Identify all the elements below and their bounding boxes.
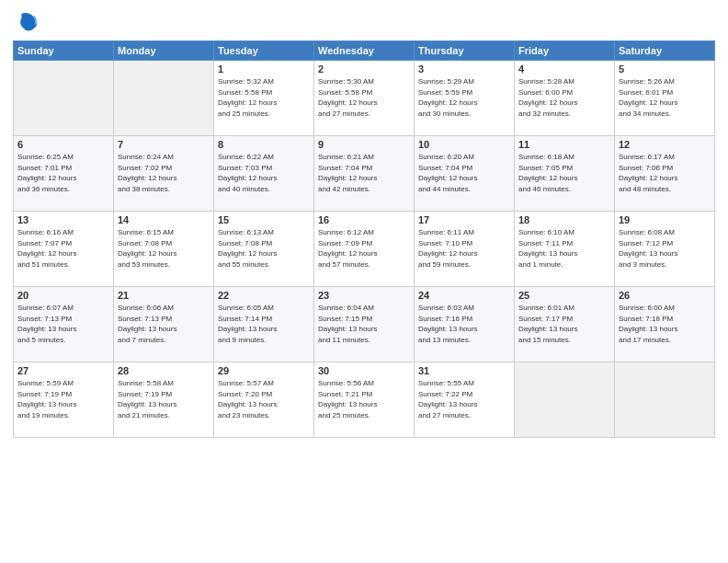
calendar-cell: 21Sunrise: 6:06 AM Sunset: 7:13 PM Dayli… (114, 287, 214, 362)
day-info: Sunrise: 6:06 AM Sunset: 7:13 PM Dayligh… (118, 303, 210, 345)
day-info: Sunrise: 6:15 AM Sunset: 7:08 PM Dayligh… (118, 227, 210, 270)
calendar-cell: 9Sunrise: 6:21 AM Sunset: 7:04 PM Daylig… (314, 136, 415, 212)
day-info: Sunrise: 6:04 AM Sunset: 7:15 PM Dayligh… (318, 303, 410, 345)
day-info: Sunrise: 5:32 AM Sunset: 5:58 PM Dayligh… (218, 76, 310, 119)
calendar-table: SundayMondayTuesdayWednesdayThursdayFrid… (13, 40, 715, 438)
day-number: 11 (518, 139, 610, 150)
day-info: Sunrise: 5:56 AM Sunset: 7:21 PM Dayligh… (318, 378, 410, 420)
calendar-week-row: 13Sunrise: 6:16 AM Sunset: 7:07 PM Dayli… (14, 212, 715, 287)
day-number: 16 (318, 214, 410, 225)
day-info: Sunrise: 6:10 AM Sunset: 7:11 PM Dayligh… (518, 227, 610, 270)
calendar-day-header: Monday (114, 41, 214, 61)
calendar-cell: 4Sunrise: 5:28 AM Sunset: 6:00 PM Daylig… (515, 61, 615, 136)
day-info: Sunrise: 6:12 AM Sunset: 7:09 PM Dayligh… (318, 227, 410, 270)
day-number: 10 (418, 139, 510, 150)
day-number: 22 (218, 290, 310, 301)
day-info: Sunrise: 6:17 AM Sunset: 7:06 PM Dayligh… (619, 152, 711, 194)
day-info: Sunrise: 6:16 AM Sunset: 7:07 PM Dayligh… (17, 227, 109, 270)
calendar-week-row: 1Sunrise: 5:32 AM Sunset: 5:58 PM Daylig… (14, 61, 715, 136)
day-number: 5 (619, 63, 711, 75)
day-info: Sunrise: 6:11 AM Sunset: 7:10 PM Dayligh… (418, 227, 510, 270)
logo-area (13, 9, 40, 35)
day-info: Sunrise: 6:08 AM Sunset: 7:12 PM Dayligh… (619, 227, 711, 270)
calendar-cell: 28Sunrise: 5:58 AM Sunset: 7:19 PM Dayli… (114, 362, 214, 438)
day-info: Sunrise: 5:59 AM Sunset: 7:19 PM Dayligh… (17, 378, 109, 420)
day-number: 28 (118, 365, 210, 376)
day-info: Sunrise: 6:18 AM Sunset: 7:05 PM Dayligh… (518, 152, 610, 194)
calendar-cell: 14Sunrise: 6:15 AM Sunset: 7:08 PM Dayli… (114, 212, 214, 287)
day-info: Sunrise: 6:03 AM Sunset: 7:16 PM Dayligh… (418, 303, 510, 345)
calendar-week-row: 20Sunrise: 6:07 AM Sunset: 7:13 PM Dayli… (14, 287, 715, 362)
day-number: 19 (619, 214, 711, 225)
day-info: Sunrise: 6:07 AM Sunset: 7:13 PM Dayligh… (17, 303, 109, 345)
day-info: Sunrise: 6:21 AM Sunset: 7:04 PM Dayligh… (318, 152, 410, 194)
day-info: Sunrise: 6:20 AM Sunset: 7:04 PM Dayligh… (418, 152, 510, 194)
day-info: Sunrise: 5:28 AM Sunset: 6:00 PM Dayligh… (518, 76, 610, 119)
calendar-week-row: 6Sunrise: 6:25 AM Sunset: 7:01 PM Daylig… (14, 136, 715, 212)
day-info: Sunrise: 6:13 AM Sunset: 7:08 PM Dayligh… (218, 227, 310, 270)
day-number: 4 (518, 63, 610, 75)
calendar-cell: 27Sunrise: 5:59 AM Sunset: 7:19 PM Dayli… (14, 362, 114, 438)
calendar-day-header: Thursday (415, 41, 515, 61)
day-number: 24 (418, 290, 510, 301)
calendar-cell: 23Sunrise: 6:04 AM Sunset: 7:15 PM Dayli… (314, 287, 415, 362)
calendar-cell: 11Sunrise: 6:18 AM Sunset: 7:05 PM Dayli… (515, 136, 615, 212)
calendar-cell: 31Sunrise: 5:55 AM Sunset: 7:22 PM Dayli… (415, 362, 515, 438)
page: SundayMondayTuesdayWednesdayThursdayFrid… (0, 0, 728, 563)
day-number: 23 (318, 290, 410, 301)
day-info: Sunrise: 5:57 AM Sunset: 7:20 PM Dayligh… (218, 378, 310, 420)
day-number: 17 (418, 214, 510, 225)
day-number: 20 (17, 290, 109, 301)
calendar-header-row: SundayMondayTuesdayWednesdayThursdayFrid… (14, 41, 715, 61)
calendar-cell: 1Sunrise: 5:32 AM Sunset: 5:58 PM Daylig… (214, 61, 314, 136)
calendar-cell: 3Sunrise: 5:29 AM Sunset: 5:59 PM Daylig… (415, 61, 515, 136)
day-number: 15 (218, 214, 310, 225)
day-info: Sunrise: 6:05 AM Sunset: 7:14 PM Dayligh… (218, 303, 310, 345)
day-number: 14 (118, 214, 210, 225)
day-info: Sunrise: 6:24 AM Sunset: 7:02 PM Dayligh… (118, 152, 210, 194)
header (13, 9, 715, 35)
calendar-cell: 13Sunrise: 6:16 AM Sunset: 7:07 PM Dayli… (14, 212, 114, 287)
calendar-cell: 10Sunrise: 6:20 AM Sunset: 7:04 PM Dayli… (415, 136, 515, 212)
calendar-day-header: Wednesday (314, 41, 415, 61)
day-number: 3 (418, 63, 510, 75)
calendar-cell (515, 362, 615, 438)
calendar-cell (114, 61, 214, 136)
calendar-cell: 19Sunrise: 6:08 AM Sunset: 7:12 PM Dayli… (615, 212, 715, 287)
day-info: Sunrise: 6:01 AM Sunset: 7:17 PM Dayligh… (518, 303, 610, 345)
calendar-cell: 24Sunrise: 6:03 AM Sunset: 7:16 PM Dayli… (415, 287, 515, 362)
calendar-cell: 8Sunrise: 6:22 AM Sunset: 7:03 PM Daylig… (214, 136, 314, 212)
day-number: 8 (218, 139, 310, 150)
day-number: 27 (17, 365, 109, 376)
day-number: 26 (619, 290, 711, 301)
calendar-cell: 17Sunrise: 6:11 AM Sunset: 7:10 PM Dayli… (415, 212, 515, 287)
day-info: Sunrise: 5:29 AM Sunset: 5:59 PM Dayligh… (418, 76, 510, 119)
day-number: 21 (118, 290, 210, 301)
day-number: 1 (218, 63, 310, 75)
day-number: 9 (318, 139, 410, 150)
day-number: 12 (619, 139, 711, 150)
calendar-cell: 26Sunrise: 6:00 AM Sunset: 7:18 PM Dayli… (615, 287, 715, 362)
calendar-cell: 30Sunrise: 5:56 AM Sunset: 7:21 PM Dayli… (314, 362, 415, 438)
calendar-cell: 7Sunrise: 6:24 AM Sunset: 7:02 PM Daylig… (114, 136, 214, 212)
day-number: 31 (418, 365, 510, 376)
calendar-day-header: Friday (515, 41, 615, 61)
day-info: Sunrise: 5:55 AM Sunset: 7:22 PM Dayligh… (418, 378, 510, 420)
calendar-cell: 18Sunrise: 6:10 AM Sunset: 7:11 PM Dayli… (515, 212, 615, 287)
day-number: 13 (17, 214, 109, 225)
calendar-cell: 2Sunrise: 5:30 AM Sunset: 5:58 PM Daylig… (314, 61, 415, 136)
day-number: 29 (218, 365, 310, 376)
day-info: Sunrise: 5:26 AM Sunset: 6:01 PM Dayligh… (619, 76, 711, 119)
calendar-day-header: Saturday (615, 41, 715, 61)
calendar-cell: 15Sunrise: 6:13 AM Sunset: 7:08 PM Dayli… (214, 212, 314, 287)
calendar-cell: 5Sunrise: 5:26 AM Sunset: 6:01 PM Daylig… (615, 61, 715, 136)
day-number: 30 (318, 365, 410, 376)
calendar-cell: 6Sunrise: 6:25 AM Sunset: 7:01 PM Daylig… (14, 136, 114, 212)
day-info: Sunrise: 5:58 AM Sunset: 7:19 PM Dayligh… (118, 378, 210, 420)
calendar-day-header: Sunday (14, 41, 114, 61)
calendar-day-header: Tuesday (214, 41, 314, 61)
day-number: 6 (17, 139, 109, 150)
calendar-cell: 16Sunrise: 6:12 AM Sunset: 7:09 PM Dayli… (314, 212, 415, 287)
day-number: 2 (318, 63, 410, 75)
day-number: 7 (118, 139, 210, 150)
